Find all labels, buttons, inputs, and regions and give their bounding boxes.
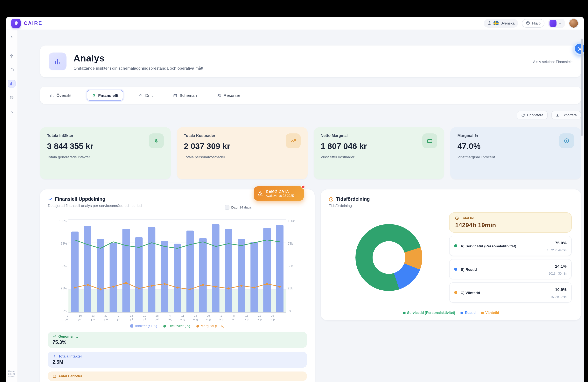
summary-row-antal-perioder: Antal Perioder bbox=[48, 371, 307, 381]
x-tick-label: 11aug bbox=[176, 314, 189, 321]
sidebar-item-bar-chart[interactable] bbox=[8, 80, 16, 87]
tab-label: Drift bbox=[145, 93, 153, 98]
kpi-card-marginal-: Marginal %47.0%Vinstmarginal i procent bbox=[451, 127, 581, 179]
brand-logo[interactable]: CAIRE bbox=[11, 19, 42, 28]
notification-dot bbox=[302, 185, 305, 189]
chart-view-controls[interactable]: Dag 14 dagar bbox=[225, 205, 252, 210]
flag-se-icon bbox=[494, 21, 499, 25]
financial-chart-plot[interactable] bbox=[68, 219, 286, 313]
financial-card-title: Finansiell Uppdelning bbox=[55, 196, 105, 202]
x-tick-label: 14jul bbox=[125, 314, 138, 321]
calendar-icon bbox=[173, 93, 177, 97]
sidebar: A Caire AI Schema assistent bbox=[6, 30, 18, 382]
time-row[interactable]: A) Servicetid (Personalaktivitet)75.0%10… bbox=[449, 236, 572, 256]
legend-swatch bbox=[481, 311, 484, 314]
tab-finansiellt[interactable]: $Finansiellt bbox=[86, 90, 124, 101]
kpi-subtitle: Totala personalkostnader bbox=[184, 155, 301, 159]
kpi-subtitle: Vinst efter kostnader bbox=[321, 155, 437, 159]
scrollbar-thumb[interactable] bbox=[581, 39, 583, 136]
legend-item[interactable]: Effektivitet (%) bbox=[163, 324, 190, 328]
tab-resurser[interactable]: Resurser bbox=[212, 90, 245, 101]
x-tick-label: 7jul bbox=[112, 314, 125, 321]
user-avatar[interactable] bbox=[568, 18, 579, 28]
time-distribution-card: Tidsfördelning Tidsfördelning Total tid bbox=[321, 190, 581, 320]
x-axis-labels: 9jun16jun23jun30jun7jul14jul21jul28jul4a… bbox=[61, 314, 279, 321]
target-icon bbox=[559, 133, 574, 148]
active-section-label: Aktiv sektion: Finansiellt bbox=[533, 59, 572, 64]
x-tick-label: 30jun bbox=[100, 314, 112, 321]
sidebar-item-lightning[interactable] bbox=[8, 52, 16, 60]
view-note: 14 dagar bbox=[240, 205, 252, 209]
x-tick-label: 8sep bbox=[228, 314, 240, 321]
dollar-icon: $ bbox=[149, 133, 164, 148]
brand-name: CAIRE bbox=[24, 20, 42, 26]
help-label: Hjälp bbox=[532, 21, 541, 25]
summary-value: 2.5M bbox=[53, 360, 302, 365]
time-row[interactable]: C) Väntetid10.9%1558h 5min bbox=[449, 282, 572, 303]
axis-tick-label: 100k bbox=[288, 219, 294, 223]
x-tick-label: 21jul bbox=[138, 314, 151, 321]
bar-chart-icon bbox=[9, 81, 14, 86]
financial-chart-legend: Intäkter (SEK)Effektivitet (%)Marginal (… bbox=[48, 324, 307, 328]
tab-label: Resurser bbox=[224, 93, 240, 98]
analytics-icon bbox=[49, 53, 66, 70]
clock-icon bbox=[455, 216, 459, 220]
help-button[interactable]: Hjälp bbox=[522, 19, 545, 27]
warning-icon bbox=[258, 191, 263, 196]
tab-drift[interactable]: Drift bbox=[134, 90, 158, 101]
time-row-label: C) Väntetid bbox=[461, 290, 480, 295]
sidebar-item-gear[interactable] bbox=[8, 94, 16, 102]
main-content: Analys Omfattande insikter i din schemal… bbox=[18, 30, 584, 382]
legend-label: Väntetid bbox=[485, 311, 499, 315]
tab-översikt[interactable]: Översikt bbox=[45, 90, 76, 101]
y-axis-right: 100k75k50k25k0k bbox=[286, 219, 299, 313]
donut-legend-item[interactable]: Restid bbox=[461, 311, 476, 315]
section-tabs: Översikt$FinansielltDriftSchemanResurser bbox=[40, 87, 581, 104]
series-dot bbox=[454, 268, 458, 271]
summary-row-genomsnitt: Genomsnitt75.3% bbox=[48, 332, 307, 348]
refresh-button[interactable]: Uppdatera bbox=[517, 111, 547, 119]
trending-up-icon bbox=[53, 335, 56, 339]
sidebar-expand-button[interactable] bbox=[8, 33, 16, 41]
clock-icon bbox=[329, 197, 334, 202]
demo-data-badge[interactable]: DEMO DATA Avaktiveras 22 2025 bbox=[254, 186, 304, 201]
legend-item[interactable]: Intäkter (SEK) bbox=[130, 324, 157, 328]
kpi-subtitle: Vinstmarginal i procent bbox=[458, 155, 574, 159]
time-donut-chart[interactable] bbox=[356, 224, 422, 291]
x-tick-label: 4aug bbox=[164, 314, 176, 321]
tab-scheman[interactable]: Scheman bbox=[168, 90, 202, 101]
axis-tick-label: 100% bbox=[59, 219, 67, 223]
x-tick-label: 28jul bbox=[151, 314, 164, 321]
time-row[interactable]: B) Restid14.1%2015h 30min bbox=[449, 259, 572, 279]
refresh-icon bbox=[521, 113, 525, 117]
kpi-card-totala-int-kter: Totala Intäkter3 844 355 krTotala genere… bbox=[40, 127, 171, 179]
series-dot bbox=[454, 244, 458, 247]
brand-shield-icon bbox=[11, 19, 21, 28]
legend-swatch bbox=[403, 311, 406, 314]
export-button[interactable]: Exportera bbox=[551, 111, 581, 119]
language-selector[interactable]: Svenska bbox=[484, 19, 518, 27]
legend-swatch bbox=[196, 325, 199, 327]
gear-icon bbox=[9, 95, 14, 100]
letter-a-icon: A bbox=[9, 109, 14, 114]
sidebar-item-letter-a[interactable]: A bbox=[8, 108, 16, 116]
kpi-label: Netto Marginal bbox=[321, 133, 437, 138]
time-card-subtitle: Tidsfördelning bbox=[329, 203, 573, 208]
donut-legend-item[interactable]: Servicetid (Personalaktivitet) bbox=[403, 311, 455, 315]
globe-icon bbox=[487, 21, 492, 25]
dollar-icon: $ bbox=[53, 354, 56, 358]
sidebar-item-briefcase[interactable] bbox=[8, 66, 16, 74]
apps-button[interactable] bbox=[548, 19, 565, 28]
legend-label: Marginal (SEK) bbox=[201, 324, 224, 328]
legend-item[interactable]: Marginal (SEK) bbox=[196, 324, 224, 328]
donut-legend-item[interactable]: Väntetid bbox=[481, 311, 499, 315]
dollar-icon: $ bbox=[92, 93, 96, 97]
summary-label: Genomsnitt bbox=[58, 335, 78, 339]
app-tile-icon bbox=[549, 20, 556, 27]
summary-label: Antal Perioder bbox=[58, 374, 82, 378]
financial-breakdown-card: Finansiell Uppdelning Detaljerad finansi… bbox=[40, 190, 315, 382]
kpi-card-netto-marginal: Netto Marginal1 807 046 krVinst efter ko… bbox=[314, 127, 444, 179]
tab-label: Översikt bbox=[56, 93, 71, 98]
trending-up-icon bbox=[48, 197, 53, 202]
time-row-percent: 10.9% bbox=[555, 287, 567, 292]
